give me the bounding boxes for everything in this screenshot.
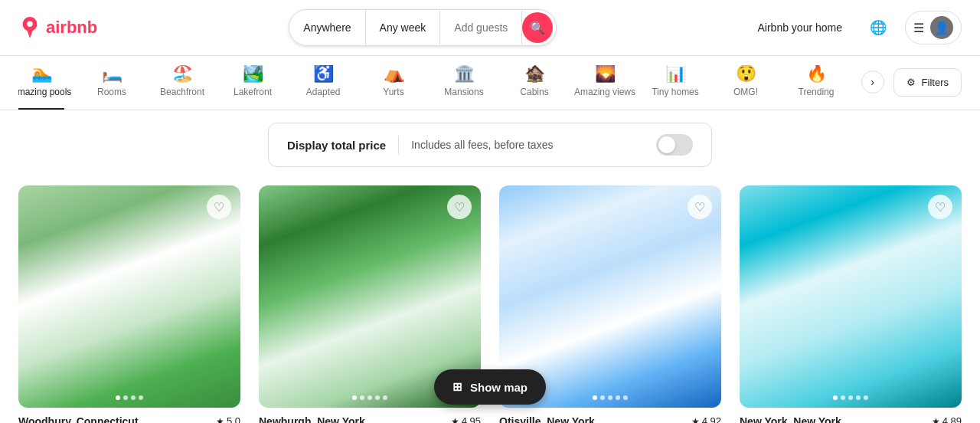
dot [593,395,597,400]
tiny-homes-label: Tiny homes [652,87,699,97]
rating-value-woodbury: 5.0 [227,415,240,423]
star-icon-otisville: ★ [691,416,700,424]
search-bar: Anywhere Any week Add guests 🔍 [289,9,557,46]
listing-info-otisville: Otisville, New York ★ 4.92 46 miles away… [499,415,721,423]
dot [368,395,372,400]
listing-location-newyork: New York, New York [740,415,841,423]
amazing-views-label: Amazing views [574,87,635,97]
header-right: Airbnb your home 🌐 ☰ 👤 [748,11,962,44]
rooms-icon: 🛏️ [102,65,122,82]
category-item-mansions[interactable]: 🏛️ Mansions [441,65,487,110]
listing-location-woodbury: Woodbury, Connecticut [18,415,139,423]
listing-image-woodbury: ♡ [18,185,240,408]
dot [856,395,861,400]
mansions-label: Mansions [444,87,483,97]
rating-value-otisville: 4.92 [702,415,721,423]
categories: 🏊 Amazing pools 🛏️ Rooms 🏖️ Beachfront 🏞… [18,65,861,110]
omg-label: OMG! [733,87,758,97]
dot [360,395,364,400]
lakefront-label: Lakefront [234,87,272,97]
tiny-homes-icon: 📊 [665,65,686,82]
amazing-views-icon: 🌄 [595,65,616,82]
category-item-rooms[interactable]: 🛏️ Rooms [89,65,135,110]
yurts-label: Yurts [383,87,403,97]
map-icon: ⊞ [452,380,462,394]
cabins-icon: 🏚️ [524,65,545,82]
dot [616,395,620,400]
trending-icon: 🔥 [806,65,827,82]
toggle-knob [658,136,675,153]
search-guests[interactable]: Add guests [440,10,522,45]
category-item-amazing-views[interactable]: 🌄 Amazing views [582,65,628,110]
listing-info-newburgh: Newburgh, New York ★ 4.95 46 miles away … [259,415,481,423]
rooms-label: Rooms [97,87,126,97]
mansions-icon: 🏛️ [454,65,475,82]
filters-button[interactable]: ⚙ Filters [893,68,962,97]
category-item-cabins[interactable]: 🏚️ Cabins [511,65,557,110]
dot [623,395,628,400]
lakefront-icon: 🏞️ [243,65,263,82]
dot [352,395,357,400]
hamburger-icon: ☰ [913,21,924,35]
listing-card-woodbury[interactable]: ♡ Woodbury, Connecticut ★ 5.0 67 miles a… [18,185,240,423]
listing-info-woodbury: Woodbury, Connecticut ★ 5.0 67 miles awa… [18,415,240,423]
dot [848,395,853,400]
wishlist-button-woodbury[interactable]: ♡ [207,195,231,219]
search-any-week[interactable]: Any week [366,10,441,45]
listing-location-newburgh: Newburgh, New York [259,415,365,423]
wishlist-button-newyork[interactable]: ♡ [928,195,952,219]
star-icon-woodbury: ★ [216,416,224,424]
category-item-tiny-homes[interactable]: 📊 Tiny homes [652,65,698,110]
adapted-label: Adapted [306,87,341,97]
dot [841,395,845,400]
listing-info-newyork: New York, New York ★ 4.89 21 miles away … [740,415,962,423]
category-item-omg[interactable]: 😲 OMG! [723,65,769,110]
category-item-yurts[interactable]: ⛺ Yurts [371,65,416,110]
category-item-adapted[interactable]: ♿ Adapted [300,65,346,110]
dot [608,395,612,400]
rating-value-newburgh: 4.95 [462,415,481,423]
show-map-button[interactable]: ⊞ Show map [434,369,546,405]
amazing-pools-icon: 🏊 [31,65,52,82]
airbnb-home-link[interactable]: Airbnb your home [748,15,851,40]
logo[interactable]: airbnb [18,16,97,39]
wishlist-button-otisville[interactable]: ♡ [688,195,712,219]
wishlist-button-newburgh[interactable]: ♡ [447,195,472,219]
rating-value-newyork: 4.89 [942,415,962,423]
listing-title-row-newburgh: Newburgh, New York ★ 4.95 [259,415,481,423]
airbnb-logo-icon [18,16,41,39]
category-item-beachfront[interactable]: 🏖️ Beachfront [159,65,205,110]
category-item-amazing-pools[interactable]: 🏊 Amazing pools [18,65,64,110]
adapted-icon: ♿ [313,65,334,82]
category-item-trending[interactable]: 🔥 Trending [793,65,839,110]
listing-title-row-otisville: Otisville, New York ★ 4.92 [499,415,721,423]
listing-rating-newburgh: ★ 4.95 [451,415,481,423]
avatar: 👤 [930,16,953,39]
price-toggle[interactable] [656,134,693,156]
search-anywhere[interactable]: Anywhere [289,10,365,45]
beachfront-label: Beachfront [160,87,204,97]
search-button[interactable]: 🔍 [522,12,553,43]
star-icon-newburgh: ★ [451,416,459,424]
dot-indicators-woodbury [116,395,143,400]
listing-location-otisville: Otisville, New York [499,415,595,423]
show-map-label: Show map [470,381,528,394]
language-icon[interactable]: 🌐 [864,13,893,42]
user-menu[interactable]: ☰ 👤 [905,11,962,44]
category-bar: 🏊 Amazing pools 🛏️ Rooms 🏖️ Beachfront 🏞… [0,56,980,110]
header: airbnb Anywhere Any week Add guests 🔍 Ai… [0,0,980,56]
amazing-pools-label: Amazing pools [18,87,71,97]
dot [383,395,387,400]
listing-card-newyork[interactable]: ♡ New York, New York ★ 4.89 21 miles awa… [740,185,962,423]
dot [833,395,838,400]
dot [375,395,380,400]
beachfront-icon: 🏖️ [172,65,193,82]
dot [123,395,128,400]
dot [139,395,143,400]
price-description: Includes all fees, before taxes [411,139,644,151]
price-banner-inner: Display total price Includes all fees, b… [268,123,712,167]
categories-next-button[interactable]: › [861,70,884,93]
omg-icon: 😲 [736,65,756,82]
category-item-lakefront[interactable]: 🏞️ Lakefront [230,65,276,110]
listing-rating-woodbury: ★ 5.0 [216,415,240,423]
